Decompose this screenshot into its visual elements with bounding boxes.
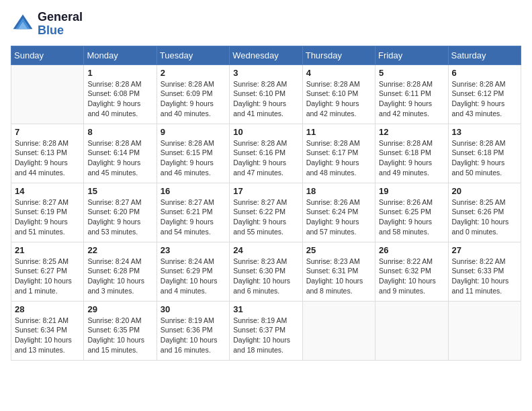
calendar-cell: 13Sunrise: 8:28 AMSunset: 6:18 PMDayligh…: [448, 124, 521, 183]
logo-text-general: General: [38, 11, 83, 24]
calendar-cell: 17Sunrise: 8:27 AMSunset: 6:22 PMDayligh…: [230, 183, 302, 242]
day-of-week-header: Tuesday: [157, 46, 229, 64]
day-info: Sunrise: 8:28 AMSunset: 6:10 PMDaylight:…: [233, 79, 298, 119]
calendar-cell: 30Sunrise: 8:19 AMSunset: 6:36 PMDayligh…: [157, 301, 229, 360]
day-info: Sunrise: 8:27 AMSunset: 6:20 PMDaylight:…: [87, 197, 152, 237]
calendar-cell: 2Sunrise: 8:28 AMSunset: 6:09 PMDaylight…: [157, 64, 229, 124]
day-number: 7: [15, 127, 80, 137]
day-number: 17: [233, 186, 298, 196]
day-info: Sunrise: 8:21 AMSunset: 6:34 PMDaylight:…: [15, 316, 80, 355]
day-info: Sunrise: 8:24 AMSunset: 6:29 PMDaylight:…: [161, 257, 226, 296]
day-info: Sunrise: 8:28 AMSunset: 6:13 PMDaylight:…: [15, 138, 80, 178]
day-info: Sunrise: 8:25 AMSunset: 6:26 PMDaylight:…: [452, 197, 517, 237]
day-info: Sunrise: 8:28 AMSunset: 6:11 PMDaylight:…: [379, 79, 444, 119]
calendar-cell: 20Sunrise: 8:25 AMSunset: 6:26 PMDayligh…: [448, 183, 521, 242]
day-info: Sunrise: 8:22 AMSunset: 6:32 PMDaylight:…: [379, 257, 444, 296]
day-number: 14: [15, 186, 80, 196]
day-info: Sunrise: 8:23 AMSunset: 6:30 PMDaylight:…: [233, 257, 298, 296]
day-number: 29: [87, 304, 152, 314]
day-number: 23: [161, 245, 226, 255]
day-info: Sunrise: 8:27 AMSunset: 6:21 PMDaylight:…: [161, 197, 226, 237]
day-info: Sunrise: 8:20 AMSunset: 6:35 PMDaylight:…: [87, 316, 152, 355]
logo-text-blue: Blue: [38, 24, 83, 38]
calendar-cell: 22Sunrise: 8:24 AMSunset: 6:28 PMDayligh…: [84, 242, 157, 301]
calendar-cell: 3Sunrise: 8:28 AMSunset: 6:10 PMDaylight…: [230, 64, 302, 124]
day-info: Sunrise: 8:28 AMSunset: 6:12 PMDaylight:…: [452, 79, 517, 119]
calendar-cell: [375, 301, 448, 360]
day-info: Sunrise: 8:28 AMSunset: 6:18 PMDaylight:…: [379, 138, 444, 178]
day-of-week-header: Saturday: [448, 46, 521, 64]
day-info: Sunrise: 8:28 AMSunset: 6:09 PMDaylight:…: [161, 79, 226, 119]
calendar-cell: 6Sunrise: 8:28 AMSunset: 6:12 PMDaylight…: [448, 64, 521, 124]
calendar-week-row: 28Sunrise: 8:21 AMSunset: 6:34 PMDayligh…: [11, 301, 521, 360]
calendar-cell: 18Sunrise: 8:26 AMSunset: 6:24 PMDayligh…: [302, 183, 375, 242]
day-info: Sunrise: 8:19 AMSunset: 6:37 PMDaylight:…: [233, 316, 298, 355]
day-number: 26: [379, 245, 444, 255]
calendar-cell: 1Sunrise: 8:28 AMSunset: 6:08 PMDaylight…: [84, 64, 157, 124]
day-info: Sunrise: 8:28 AMSunset: 6:08 PMDaylight:…: [87, 79, 152, 119]
day-number: 11: [306, 127, 371, 137]
logo: General Blue: [11, 11, 83, 38]
calendar-cell: 31Sunrise: 8:19 AMSunset: 6:37 PMDayligh…: [230, 301, 302, 360]
day-info: Sunrise: 8:27 AMSunset: 6:22 PMDaylight:…: [233, 197, 298, 237]
calendar-cell: 9Sunrise: 8:28 AMSunset: 6:15 PMDaylight…: [157, 124, 229, 183]
calendar-week-row: 7Sunrise: 8:28 AMSunset: 6:13 PMDaylight…: [11, 124, 521, 183]
day-info: Sunrise: 8:28 AMSunset: 6:15 PMDaylight:…: [161, 138, 226, 178]
day-number: 2: [161, 68, 226, 78]
day-info: Sunrise: 8:27 AMSunset: 6:19 PMDaylight:…: [15, 197, 80, 237]
day-number: 30: [161, 304, 226, 314]
day-of-week-header: Wednesday: [230, 46, 302, 64]
calendar-week-row: 14Sunrise: 8:27 AMSunset: 6:19 PMDayligh…: [11, 183, 521, 242]
day-info: Sunrise: 8:23 AMSunset: 6:31 PMDaylight:…: [306, 257, 371, 296]
calendar-week-row: 21Sunrise: 8:25 AMSunset: 6:27 PMDayligh…: [11, 242, 521, 301]
day-number: 27: [452, 245, 517, 255]
day-of-week-header: Sunday: [11, 46, 84, 64]
day-number: 24: [233, 245, 298, 255]
day-info: Sunrise: 8:26 AMSunset: 6:24 PMDaylight:…: [306, 197, 371, 237]
calendar-cell: 19Sunrise: 8:26 AMSunset: 6:25 PMDayligh…: [375, 183, 448, 242]
day-number: 13: [452, 127, 517, 137]
calendar-cell: 25Sunrise: 8:23 AMSunset: 6:31 PMDayligh…: [302, 242, 375, 301]
calendar-cell: 11Sunrise: 8:28 AMSunset: 6:17 PMDayligh…: [302, 124, 375, 183]
calendar-table: SundayMondayTuesdayWednesdayThursdayFrid…: [11, 46, 521, 361]
day-info: Sunrise: 8:22 AMSunset: 6:33 PMDaylight:…: [452, 257, 517, 296]
day-number: 28: [15, 304, 80, 314]
day-of-week-header: Friday: [375, 46, 448, 64]
calendar-cell: [302, 301, 375, 360]
day-number: 1: [87, 68, 152, 78]
logo-icon: [11, 12, 35, 36]
calendar-cell: 15Sunrise: 8:27 AMSunset: 6:20 PMDayligh…: [84, 183, 157, 242]
calendar-cell: 10Sunrise: 8:28 AMSunset: 6:16 PMDayligh…: [230, 124, 302, 183]
calendar-cell: 29Sunrise: 8:20 AMSunset: 6:35 PMDayligh…: [84, 301, 157, 360]
day-info: Sunrise: 8:28 AMSunset: 6:16 PMDaylight:…: [233, 138, 298, 178]
day-number: 8: [87, 127, 152, 137]
page-header: General Blue: [11, 11, 521, 38]
day-of-week-header: Thursday: [302, 46, 375, 64]
day-info: Sunrise: 8:28 AMSunset: 6:10 PMDaylight:…: [306, 79, 371, 119]
day-number: 18: [306, 186, 371, 196]
day-number: 10: [233, 127, 298, 137]
day-number: 3: [233, 68, 298, 78]
day-number: 21: [15, 245, 80, 255]
day-of-week-header: Monday: [84, 46, 157, 64]
day-info: Sunrise: 8:25 AMSunset: 6:27 PMDaylight:…: [15, 257, 80, 296]
day-info: Sunrise: 8:28 AMSunset: 6:14 PMDaylight:…: [87, 138, 152, 178]
calendar-cell: 8Sunrise: 8:28 AMSunset: 6:14 PMDaylight…: [84, 124, 157, 183]
calendar-cell: 14Sunrise: 8:27 AMSunset: 6:19 PMDayligh…: [11, 183, 84, 242]
day-number: 4: [306, 68, 371, 78]
calendar-cell: 27Sunrise: 8:22 AMSunset: 6:33 PMDayligh…: [448, 242, 521, 301]
day-number: 22: [87, 245, 152, 255]
day-number: 15: [87, 186, 152, 196]
day-number: 20: [452, 186, 517, 196]
day-info: Sunrise: 8:24 AMSunset: 6:28 PMDaylight:…: [87, 257, 152, 296]
day-number: 19: [379, 186, 444, 196]
calendar-cell: 23Sunrise: 8:24 AMSunset: 6:29 PMDayligh…: [157, 242, 229, 301]
calendar-cell: [11, 64, 84, 124]
day-info: Sunrise: 8:19 AMSunset: 6:36 PMDaylight:…: [161, 316, 226, 355]
calendar-cell: 24Sunrise: 8:23 AMSunset: 6:30 PMDayligh…: [230, 242, 302, 301]
calendar-cell: 26Sunrise: 8:22 AMSunset: 6:32 PMDayligh…: [375, 242, 448, 301]
day-number: 5: [379, 68, 444, 78]
day-info: Sunrise: 8:26 AMSunset: 6:25 PMDaylight:…: [379, 197, 444, 237]
calendar-cell: 7Sunrise: 8:28 AMSunset: 6:13 PMDaylight…: [11, 124, 84, 183]
calendar-cell: 16Sunrise: 8:27 AMSunset: 6:21 PMDayligh…: [157, 183, 229, 242]
